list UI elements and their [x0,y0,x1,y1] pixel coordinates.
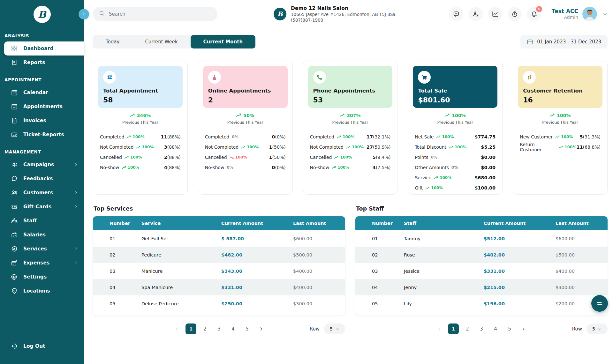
stat-value: $0.00 [481,165,496,170]
logout-icon [11,343,18,350]
sidebar-item-settings[interactable]: Settings [0,270,84,284]
sidebar-item-gift-cards[interactable]: Gift-Cards [0,200,84,214]
stat-trend: 100% [449,145,466,149]
page-button-1[interactable]: 1 [448,323,459,334]
sidebar-item-customers[interactable]: Customers [0,186,84,200]
table-cell: 04 [93,285,141,290]
sidebar-collapse-button[interactable] [79,9,89,19]
sidebar-item-locations[interactable]: Locations [0,284,84,298]
stat-row-left: Completed0% [205,134,238,139]
card-trend: 100%Previous This Year [518,108,602,129]
stat-value: $100.00 [474,185,496,190]
stat-label: Completed [205,134,229,139]
table-cell: $400.00 [293,285,345,290]
tab-today[interactable]: Today [93,35,132,48]
stat-trend-percent: 0% [227,165,233,170]
stat-value: 5(9.4%) [373,155,391,160]
stat-card-tile: Customer Retention16 [518,66,602,108]
stat-trend-percent: 100% [235,155,247,160]
stat-label: Service [415,175,431,180]
sidebar-item-campaigns[interactable]: Campaigns [0,158,84,172]
page-button-4[interactable]: 4 [228,323,238,334]
person-clock-button[interactable] [469,7,483,21]
sidebar-item-services[interactable]: Services [0,242,84,256]
sidebar-item-label: Services [23,246,47,252]
sidebar-item-calendar[interactable]: Calendar [0,85,84,100]
search-input[interactable] [108,11,212,17]
sidebar-item-invoices[interactable]: Invoices [0,114,84,128]
stat-card-tile: Online Appointments2 [203,66,288,108]
stat-row-left: Cancelled100% [205,155,247,160]
date-range-value: 01 Jan 2023 - 31 Dec 2023 [537,39,601,45]
stat-trend: 100% [425,186,443,190]
stat-label: Cancelled [310,155,332,160]
page-button-2[interactable]: 2 [200,323,210,334]
stat-trend: 0% [451,165,458,170]
bell-button[interactable]: 5 [527,7,541,21]
page-button-3[interactable]: 3 [476,323,487,334]
sidebar-item-ticket-reports[interactable]: Ticket-Reports [0,128,84,142]
services-pagination: 12345Row5 [93,323,345,335]
stat-row-left: Points0% [415,155,437,160]
table-cell: $500.00 [556,252,608,257]
page-button-3[interactable]: 3 [214,323,224,334]
stat-label: Return Customer [520,142,556,152]
next-page-button[interactable] [518,323,529,334]
sidebar-item-dashboard[interactable]: Dashboard [4,41,84,56]
sidebar-item-salaries[interactable]: Salaries [0,228,84,242]
expenses-icon [11,259,18,266]
sidebar-item-staff[interactable]: Staff [0,214,84,228]
date-range-picker[interactable]: 01 Jan 2023 - 31 Dec 2023 [520,35,608,48]
rows-per-page-select[interactable]: 5 [587,323,608,334]
stat-card-total-appointment: Total Appointment58346%Previous This Yea… [93,61,188,195]
table-cell: Pedicure [141,252,221,257]
trend-down-icon [230,156,234,159]
stopwatch-icon [511,11,518,18]
stat-row-left: Not Completed100% [100,145,154,150]
rows-per-page: Row5 [572,323,608,334]
sidebar-item-label: Staff [23,218,37,224]
prev-page-button[interactable] [171,323,182,334]
stat-card-value: 53 [313,96,388,104]
tables-section: Top Services NumberServiceCurrent Amount… [93,205,608,335]
bell-icon [531,11,538,18]
stat-trend: 100% [337,135,354,139]
page-button-4[interactable]: 4 [490,323,501,334]
prev-page-button[interactable] [434,323,445,334]
card-trend: 100%Previous This Year [413,108,497,129]
swap-arrows-icon [523,71,536,84]
chat-button[interactable] [449,7,463,21]
table-cell: 05 [355,301,404,306]
stat-row-left: No-show0% [205,165,233,170]
table-row: 03Jessica$331.00$400.00 [355,263,608,279]
sidebar-item-appointments[interactable]: Appointments [0,100,84,114]
stat-value: 1(50%) [269,145,285,150]
stat-trend-percent: 0% [232,135,238,139]
rows-per-page-value: 5 [592,326,595,331]
tab-current-week[interactable]: Current Week [132,35,190,48]
filter-fab-button[interactable] [591,295,608,312]
line-chart-button[interactable] [488,7,502,21]
sidebar-item-log-out[interactable]: Log Out [0,339,84,353]
trend-up-icon [550,113,555,117]
sidebar-item-label: Gift-Cards [23,204,51,210]
sidebar-item-reports[interactable]: Reports [0,56,84,70]
rows-per-page-select[interactable]: 5 [324,323,345,334]
stat-row-left: Service100% [415,175,451,180]
stopwatch-button[interactable] [508,7,522,21]
page-button-5[interactable]: 5 [504,323,515,334]
sidebar-item-feedbacks[interactable]: Feedbacks [0,172,84,186]
table-cell: Get Full Set [141,236,221,241]
table-header-row: NumberServiceCurrent AmountLast Amount [93,216,345,230]
page-button-2[interactable]: 2 [462,323,473,334]
sidebar-item-expenses[interactable]: Expenses [0,256,84,270]
page-button-1[interactable]: 1 [185,323,196,334]
tab-current-month[interactable]: Current Month [191,35,256,48]
user-menu[interactable]: Test ACC Admin [552,7,608,21]
table-cell: 01 [93,236,141,241]
next-page-button[interactable] [256,323,267,334]
stat-label: Total Discount [415,145,446,150]
page-button-5[interactable]: 5 [242,323,253,334]
salaries-icon [11,231,18,238]
stat-card-online-appointments: Online Appointments250%Previous This Yea… [198,61,293,195]
